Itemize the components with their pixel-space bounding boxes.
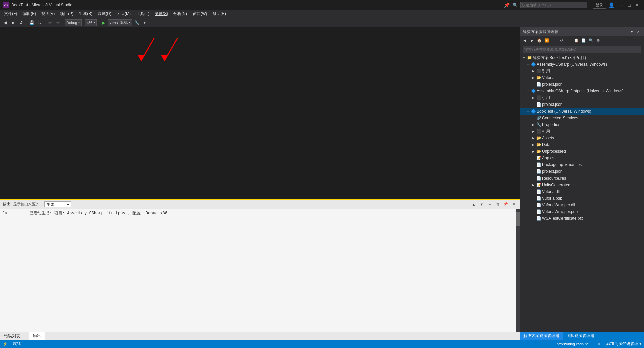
menu-test[interactable]: 测试(S) [152,10,171,18]
output-scroll-down[interactable]: ▼ [478,201,485,208]
tree-ref3[interactable]: ▶ ⬛ 引用 [520,128,644,135]
tree-assets[interactable]: ▶ 📂 Assets [520,135,644,141]
se-forward[interactable]: ▶ [529,37,535,44]
solution-explorer-search[interactable] [523,46,641,53]
tree-vuforia-dll[interactable]: ▶ 📄 Vuforia.dll [520,188,644,195]
status-bar: ⚡ 就绪 https://blog.csdn.ne... ⬆ 添加到源代码管理 … [0,340,644,348]
output-panel: 输出 显示输出来源(S): 生成 ▲ ▼ ≡ 🗑 📌 ✕ 1>-------- … [0,199,520,340]
tree-connected[interactable]: ▶ 🔗 Connected Services [520,115,644,121]
menu-view[interactable]: 视图(V) [39,10,57,18]
toolbar: ◀ ▶ ↺ 💾 🗂 ↩ ↪ Debug ▾ x86 ▾ ▶ 远程计算机 ▾ 🔧 … [0,18,644,27]
toolbar-forward[interactable]: ▶ [9,19,17,26]
menu-project[interactable]: 项目(P) [57,10,76,18]
toolbar-save-all[interactable]: 🗂 [36,19,43,26]
tree-vuforia-pdb[interactable]: ▶ 📄 Vuforia.pdb [520,195,644,202]
menu-help[interactable]: 帮助(H) [210,10,229,18]
se-back[interactable]: ◀ [521,37,528,44]
project3-icon: 📄 [536,169,541,174]
tree-assembly2[interactable]: ▾ 🔷 Assembly-CSharp-firstpass (Universal… [520,88,644,94]
toolbar-refresh[interactable]: ↺ [17,19,25,26]
output-scrollbar[interactable] [516,209,520,332]
panel-close-btn[interactable]: ✕ [635,29,641,35]
tree-vuforiawrapper-pdb[interactable]: ▶ 📄 VuforiaWrapper.pdb [520,208,644,215]
panel-tab-team[interactable]: 团队资源管理器 [563,332,598,340]
tree-vuforiawrapper-dll[interactable]: ▶ 📄 VuforiaWrapper.dll [520,202,644,208]
toolbar-back[interactable]: ◀ [1,19,9,26]
output-source-select[interactable]: 生成 [44,201,71,207]
minimize-button[interactable]: ─ [617,1,625,9]
svg-line-0 [141,38,154,61]
add-source-btn[interactable]: 添加到源代码管理 ▾ [606,341,641,347]
close-button[interactable]: ✕ [633,1,641,9]
output-scroll-thumb[interactable] [516,212,520,226]
se-sep2: | [566,37,572,44]
menu-tools[interactable]: 工具(T) [133,10,152,18]
menu-team[interactable]: 团队(M) [114,10,133,18]
tree-data[interactable]: ▶ 📂 Data [520,141,644,148]
ref3-icon: ⬛ [536,129,541,134]
toolbar-extra2[interactable]: ▾ [141,19,148,26]
pin-icon[interactable]: 📌 [504,2,510,8]
toolbar-extra[interactable]: 🔧 [133,19,140,26]
se-filter[interactable]: 🔍 [588,37,594,44]
menu-file[interactable]: 文件(F) [1,10,20,18]
tree-solution-root[interactable]: ▾ 📁 解决方案'BookTest' (3 个项目) [520,54,644,61]
tree-unprocessed[interactable]: ▶ 📂 Unprocessed [520,148,644,155]
right-panel: 解决方案资源管理器 ─ ▾ ✕ ◀ ▶ 🏠 🔽 | ↺ | 📋 📄 🔍 ⚙ ─ [520,27,644,340]
tree-wsa[interactable]: ▶ 📄 WSATestCertificate.pfx [520,215,644,222]
se-properties[interactable]: ⚙ [595,37,602,44]
panel-pin-btn[interactable]: ─ [622,29,628,35]
tab-output[interactable]: 输出 [29,332,45,340]
toolbar-save[interactable]: 💾 [28,19,35,26]
tree-ref1[interactable]: ▶ ⬛ 引用 [520,68,644,74]
vuforia1-label: Vuforia [542,75,555,80]
toolbar-redo[interactable]: ↪ [54,19,62,26]
panel-toolbar: ◀ ▶ 🏠 🔽 | ↺ | 📋 📄 🔍 ⚙ ─ [520,36,644,45]
tree-assembly1[interactable]: ▾ 🔷 Assembly-CSharp (Universal Windows) [520,61,644,68]
se-save-filter[interactable]: 🔽 [543,37,550,44]
output-wrap[interactable]: ≡ [486,201,493,208]
tree-ref2[interactable]: ▶ ⬛ 引用 [520,94,644,101]
toolbar-play[interactable]: ▶ [100,19,107,26]
tree-appcs[interactable]: ▶ 📝 App.cs [520,155,644,161]
output-clear[interactable]: 🗑 [494,201,501,208]
se-refresh[interactable]: ↺ [558,37,565,44]
tree-properties[interactable]: ▶ 🔧 Properties [520,121,644,128]
toolbar-sep5 [98,20,98,26]
quick-launch-input[interactable] [520,2,587,8]
platform-dropdown[interactable]: x86 ▾ [85,19,97,26]
debug-config-dropdown[interactable]: Debug ▾ [65,19,82,26]
tab-error-list[interactable]: 错误列表 ... [0,332,29,340]
se-home[interactable]: 🏠 [536,37,543,44]
panel-tab-solution[interactable]: 解决方案资源管理器 [520,332,563,340]
se-paste[interactable]: 📄 [580,37,587,44]
remote-computer-dropdown[interactable]: 远程计算机 ▾ [108,19,132,26]
output-toolbar: ▲ ▼ ≡ 🗑 📌 ✕ [470,201,517,208]
output-pin[interactable]: 📌 [502,201,509,208]
tree-booktest[interactable]: ▾ 🔷 BookTest (Universal Windows) [520,108,644,115]
login-button[interactable]: 登录 [593,2,606,9]
maximize-button[interactable]: □ [625,1,633,9]
vuforia-pdb-icon: 📄 [536,196,541,201]
menu-analyze[interactable]: 分析(N) [171,10,190,18]
menu-edit[interactable]: 编辑(E) [20,10,39,18]
se-copy[interactable]: 📋 [573,37,580,44]
tree-vuforia1[interactable]: ▶ 📂 Vuforia [520,74,644,81]
tree-project1[interactable]: ▶ 📄 project.json [520,81,644,88]
se-collapse[interactable]: ─ [602,37,609,44]
tree-unity[interactable]: ▶ 📝 UnityGenerated.cs [520,182,644,188]
output-content: 1>-------- 已启动生成: 项目: Assembly-CSharp-fi… [0,209,516,332]
menu-window[interactable]: 窗口(W) [190,10,210,18]
menu-debug[interactable]: 调试(D) [95,10,114,18]
tree-project3[interactable]: ▶ 📄 project.json [520,168,644,175]
connected-icon: 🔗 [536,115,541,121]
toolbar-undo[interactable]: ↩ [46,19,54,26]
output-close[interactable]: ✕ [511,201,517,208]
tree-project2[interactable]: ▶ 📄 project.json [520,101,644,108]
vuforiawrapper-pdb-label: VuforiaWrapper.pdb [542,209,578,214]
tree-resource[interactable]: ▶ 📄 Resource.res [520,175,644,182]
output-scroll-up[interactable]: ▲ [470,201,477,208]
menu-build[interactable]: 生成(B) [76,10,95,18]
panel-dropdown-btn[interactable]: ▾ [629,29,635,35]
tree-package[interactable]: ▶ 📄 Package.appxmanifest [520,161,644,168]
